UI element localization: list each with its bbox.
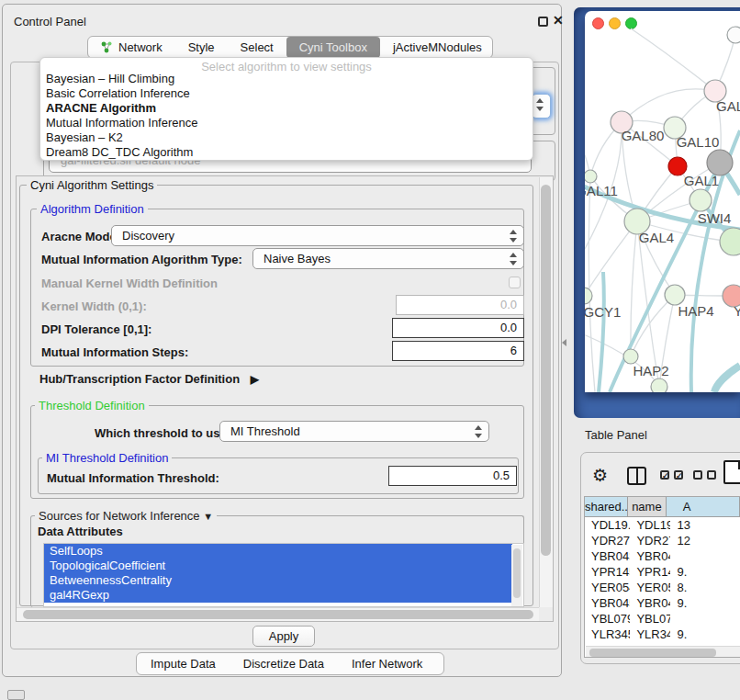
hub-section-toggle[interactable]: Hub/Transcription Factor Definition ▶	[39, 372, 259, 386]
mi-type-combobox[interactable]: Naive Bayes	[252, 248, 524, 269]
manual-kernel-label: Manual Kernel Width Definition	[41, 277, 218, 290]
tab-select[interactable]: Select	[228, 37, 286, 58]
attribute-item[interactable]: BetweennessCentrality	[44, 573, 512, 588]
vertical-scrollbar-thumb[interactable]	[541, 185, 551, 556]
table-cell[interactable]: YBL079W	[630, 611, 670, 627]
table-cell[interactable]	[670, 548, 740, 564]
table-cell[interactable]: YER054C	[585, 580, 630, 595]
table-row[interactable]: YER054CYER054C8.	[585, 580, 740, 595]
tab-network[interactable]: Network	[88, 37, 175, 58]
table-cell[interactable]: 9.	[670, 627, 740, 642]
table-cell[interactable]: YBR045C	[630, 595, 670, 611]
algorithm-option[interactable]: Bayesian – K2	[40, 130, 533, 145]
table-cell[interactable]: YPR145W	[630, 564, 670, 580]
which-threshold-combobox[interactable]: MI Threshold	[219, 421, 489, 442]
table-cell[interactable]: YBR045C	[585, 595, 630, 611]
horizontal-scrollbar-thumb[interactable]	[23, 610, 533, 619]
node-label: HAP4	[678, 303, 713, 319]
network-node-hap2[interactable]	[623, 349, 638, 364]
splitter-collapse-icon[interactable]	[562, 339, 566, 346]
network-canvas[interactable]: GALGAL80GAL10GAL1GAL11SWI4GAL4GCY1HAP4YH…	[585, 11, 740, 392]
table-cell[interactable]: 12	[670, 533, 740, 548]
aracne-mode-label: Aracne Mode:	[41, 230, 120, 243]
table-row[interactable]: YLR345WYLR345W9.	[585, 627, 740, 642]
table-cell[interactable]: 9.	[670, 595, 740, 611]
network-node-hap4[interactable]	[665, 285, 685, 305]
unchecked-checkbox-icon[interactable]	[693, 470, 702, 480]
table-row[interactable]: YBR043CYBR043C	[585, 548, 740, 564]
close-icon[interactable]: ✕	[553, 13, 564, 28]
checked-checkbox-icon[interactable]: ✓	[674, 470, 683, 480]
algorithm-option[interactable]: ARACNE Algorithm	[40, 101, 533, 116]
table-cell[interactable]: YDR27...	[630, 533, 670, 548]
network-node-gal1[interactable]	[690, 189, 712, 211]
checked-checkbox-icon[interactable]: ✓	[660, 470, 669, 480]
mi-type-label: Mutual Information Algorithm Type:	[41, 253, 242, 266]
attribute-item[interactable]: SelfLoops	[44, 544, 512, 559]
network-node-swi4[interactable]	[720, 228, 740, 255]
attribute-item[interactable]: gal4RGexp	[44, 588, 512, 603]
table-cell[interactable]	[670, 611, 740, 627]
gear-icon[interactable]: ⚙	[592, 465, 608, 486]
corner-widget[interactable]	[7, 690, 25, 700]
manual-kernel-checkbox[interactable]	[509, 277, 521, 288]
table-cell[interactable]: 13	[670, 517, 740, 533]
list-scrollbar[interactable]	[511, 545, 522, 607]
document-icon[interactable]	[723, 460, 740, 484]
mi-threshold-label: Mutual Information Threshold:	[47, 471, 219, 485]
tab-jactivemnodules[interactable]: jActiveMNodules	[380, 37, 493, 58]
network-node[interactable]	[707, 150, 733, 175]
sources-toggle[interactable]: Sources for Network Inference ▼	[35, 509, 217, 523]
dpi-tolerance-label: DPI Tolerance [0,1]:	[41, 322, 151, 336]
table-cell[interactable]: YBL079W	[585, 611, 630, 627]
tab-label: Discretize Data	[243, 657, 324, 671]
network-node-gcy1[interactable]	[585, 288, 592, 304]
dpi-tolerance-field[interactable]: 0.0	[392, 318, 524, 338]
columns-icon[interactable]	[627, 467, 646, 485]
table-cell[interactable]: 9.	[670, 564, 740, 580]
table-cell[interactable]: YDL19...	[630, 517, 670, 533]
tab-discretize-data[interactable]: Discretize Data	[230, 653, 338, 674]
algorithm-option[interactable]: Dream8 DC_TDC Algorithm	[40, 145, 533, 160]
table-cell[interactable]: YPR145W	[585, 564, 630, 580]
network-node[interactable]	[727, 27, 740, 43]
table-horizontal-scrollbar[interactable]	[586, 646, 740, 658]
table-scrollbar-thumb[interactable]	[589, 649, 716, 657]
algorithm-option[interactable]: Basic Correlation Inference	[40, 86, 533, 101]
unchecked-checkbox-icon[interactable]	[707, 470, 716, 480]
table-row[interactable]: YPR145WYPR145W9.	[585, 564, 740, 580]
table-cell[interactable]: YLR345W	[630, 627, 670, 642]
tab-infer-network[interactable]: Infer Network	[338, 653, 436, 674]
algorithm-combobox-button[interactable]	[532, 94, 551, 119]
network-node-gal11[interactable]	[585, 170, 597, 183]
table-cell[interactable]: YDL19...	[585, 517, 630, 533]
float-panel-icon[interactable]	[538, 17, 548, 27]
table-cell[interactable]: YDR27...	[585, 533, 630, 548]
table-row[interactable]: YDL19...YDL19...13	[585, 517, 740, 533]
column-header-extra[interactable]: A	[667, 497, 740, 516]
table-cell[interactable]: 8.	[670, 580, 740, 595]
table-cell[interactable]: YER054C	[630, 580, 670, 595]
table-cell[interactable]: YBR043C	[585, 548, 630, 564]
tab-style[interactable]: Style	[175, 37, 228, 58]
column-header-shared[interactable]: shared...	[585, 497, 628, 516]
table-row[interactable]: YBL079WYBL079W	[585, 611, 740, 627]
network-node[interactable]	[651, 378, 667, 392]
table-row[interactable]: YBR045CYBR045C9.	[585, 595, 740, 611]
table-cell[interactable]: YBR043C	[630, 548, 670, 564]
attribute-item[interactable]: TopologicalCoefficient	[44, 559, 512, 573]
apply-button[interactable]: Apply	[252, 626, 315, 647]
algorithm-option[interactable]: Mutual Information Inference	[40, 116, 533, 130]
tab-label: Select	[241, 40, 274, 54]
mi-steps-field[interactable]: 6	[392, 341, 524, 361]
table-cell[interactable]: YLR345W	[585, 627, 630, 642]
table-row[interactable]: YDR27...YDR27...12	[585, 533, 740, 548]
mi-threshold-field[interactable]: 0.5	[388, 466, 517, 486]
list-scrollbar-thumb[interactable]	[513, 548, 521, 598]
algorithm-option[interactable]: Bayesian – Hill Climbing	[40, 72, 533, 86]
aracne-mode-combobox[interactable]: Discovery	[111, 225, 524, 246]
tab-impute-data[interactable]: Impute Data	[137, 653, 230, 674]
kernel-width-field[interactable]: 0.0	[396, 295, 524, 315]
tab-cyni-toolbox[interactable]: Cyni Toolbox	[286, 37, 380, 58]
column-header-name[interactable]: name	[628, 497, 667, 516]
